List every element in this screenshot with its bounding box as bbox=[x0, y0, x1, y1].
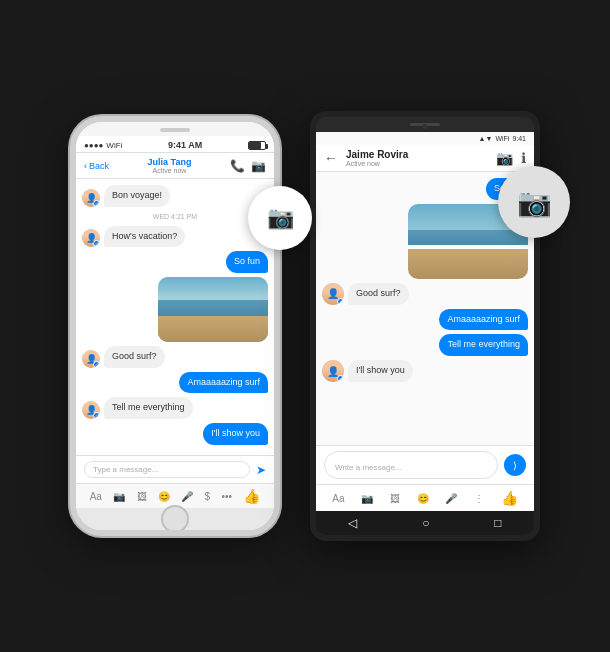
beach-water bbox=[408, 230, 528, 245]
iphone-home-button[interactable] bbox=[161, 505, 189, 533]
android-device: ▲▼ WiFi 9:41 ← Jaime Rovira Active now 📷… bbox=[310, 111, 540, 541]
message-row: So fun bbox=[322, 178, 528, 200]
beach-sand bbox=[158, 316, 268, 342]
message-row: 👤 ✓ Good surf? bbox=[82, 346, 268, 368]
android-status-bar: ▲▼ WiFi 9:41 bbox=[316, 132, 534, 145]
android-video-bubble-icon: 📷 bbox=[517, 186, 552, 219]
phone-icon[interactable]: 📞 bbox=[230, 159, 245, 173]
more-icon[interactable]: ••• bbox=[221, 491, 232, 502]
send-button[interactable]: ➤ bbox=[256, 463, 266, 477]
date-divider: WED 4:21 PM bbox=[82, 211, 268, 222]
android-video-icon[interactable]: 📷 bbox=[496, 150, 513, 166]
android-bottom-nav: ◁ ○ □ bbox=[316, 511, 534, 535]
input-placeholder: Type a message... bbox=[93, 465, 158, 474]
message-bubble: I'll show you bbox=[348, 360, 413, 382]
message-row: Amaaaaazing surf bbox=[82, 372, 268, 394]
android-back-nav[interactable]: ◁ bbox=[348, 516, 357, 530]
android-message-input[interactable]: Write a message... bbox=[335, 463, 402, 472]
android-input-wrapper: Write a message... bbox=[324, 451, 498, 479]
avatar: 👤 ✓ bbox=[82, 229, 100, 247]
android-nav-bar: ← Jaime Rovira Active now 📷 ℹ bbox=[316, 145, 534, 172]
message-text: How's vacation? bbox=[112, 231, 177, 241]
iphone-battery bbox=[248, 141, 266, 150]
android-input-bar: Write a message... ⟩ bbox=[316, 445, 534, 484]
camera-icon[interactable]: 📷 bbox=[113, 491, 125, 502]
iphone-signal: ●●●● WiFi bbox=[84, 141, 122, 150]
like-button[interactable]: 👍 bbox=[243, 488, 260, 504]
android-send-button[interactable]: ⟩ bbox=[504, 454, 526, 476]
android-back-button[interactable]: ← bbox=[324, 150, 338, 166]
iphone-contact-info: Julia Tang Active now bbox=[148, 157, 192, 174]
message-row: Tell me everything bbox=[322, 334, 528, 356]
android-video-call-bubble[interactable]: 📷 bbox=[498, 166, 570, 238]
android-recents-nav[interactable]: □ bbox=[494, 516, 501, 530]
android-toolbar: Aa 📷 🖼 😊 🎤 ⋮ 👍 bbox=[316, 484, 534, 511]
back-label: Back bbox=[89, 161, 109, 171]
verified-badge: ✓ bbox=[337, 298, 344, 305]
android-camera-icon[interactable]: 📷 bbox=[361, 493, 373, 504]
dollar-icon[interactable]: $ bbox=[205, 491, 211, 502]
android-contact-info: Jaime Rovira Active now bbox=[346, 149, 488, 167]
android-keyboard-icon[interactable]: Aa bbox=[332, 493, 344, 504]
message-row: 👤 ✓ Tell me everything bbox=[82, 397, 268, 419]
iphone-battery-fill bbox=[249, 142, 261, 149]
message-row: Amaaaaazing surf bbox=[322, 309, 528, 331]
message-bubble: Amaaaaazing surf bbox=[439, 309, 528, 331]
iphone-video-call-bubble[interactable]: 📷 bbox=[248, 186, 312, 250]
android-top-area bbox=[316, 117, 534, 132]
android-active-status: Active now bbox=[346, 160, 488, 167]
beach-image bbox=[158, 277, 268, 342]
message-text: Bon voyage! bbox=[112, 190, 162, 200]
verified-badge: ✓ bbox=[93, 412, 100, 419]
avatar: 👤 ✓ bbox=[82, 189, 100, 207]
mic-icon[interactable]: 🎤 bbox=[181, 491, 193, 502]
message-text: Amaaaaazing surf bbox=[447, 314, 520, 324]
iphone-time: 9:41 AM bbox=[122, 140, 248, 150]
android-time: 9:41 bbox=[512, 135, 526, 142]
keyboard-icon[interactable]: Aa bbox=[90, 491, 102, 502]
android-photo-icon[interactable]: 🖼 bbox=[390, 493, 400, 504]
message-row: 👤 ✓ Good surf? bbox=[322, 283, 528, 305]
android-info-icon[interactable]: ℹ bbox=[521, 150, 526, 166]
iphone-active-status: Active now bbox=[148, 167, 192, 174]
verified-badge: ✓ bbox=[93, 200, 100, 207]
beach-sand bbox=[408, 249, 528, 279]
android-like-button[interactable]: 👍 bbox=[501, 490, 518, 506]
chevron-left-icon: ‹ bbox=[84, 161, 87, 171]
wifi-icon: WiFi bbox=[106, 141, 122, 150]
message-row: 👤 ✓ I'll show you bbox=[322, 360, 528, 382]
avatar: 👤 ✓ bbox=[82, 350, 100, 368]
iphone-wrapper: ●●●● WiFi 9:41 AM ‹ Back Julia Tang Acti… bbox=[70, 116, 280, 536]
message-bubble: How's vacation? bbox=[104, 226, 185, 248]
message-bubble: Bon voyage! bbox=[104, 185, 170, 207]
verified-badge: ✓ bbox=[93, 240, 100, 247]
emoji-icon[interactable]: 😊 bbox=[158, 491, 170, 502]
photo-icon[interactable]: 🖼 bbox=[137, 491, 147, 502]
image-row bbox=[322, 204, 528, 279]
android-mic-icon[interactable]: 🎤 bbox=[445, 493, 457, 504]
message-bubble: Good surf? bbox=[104, 346, 165, 368]
android-emoji-icon[interactable]: 😊 bbox=[417, 493, 429, 504]
message-text: I'll show you bbox=[356, 365, 405, 375]
iphone-chat-area: 👤 ✓ Bon voyage! WED 4:21 PM 👤 ✓ bbox=[76, 179, 274, 455]
android-signal-icon: ▲▼ bbox=[479, 135, 493, 142]
video-call-bubble-icon: 📷 bbox=[267, 205, 294, 231]
android-home-nav[interactable]: ○ bbox=[422, 516, 429, 530]
message-text: Tell me everything bbox=[447, 339, 520, 349]
message-bubble: I'll show you ● bbox=[203, 423, 268, 445]
image-row bbox=[82, 277, 268, 342]
iphone-message-input[interactable]: Type a message... bbox=[84, 461, 250, 478]
devices-container: ●●●● WiFi 9:41 AM ‹ Back Julia Tang Acti… bbox=[50, 91, 560, 561]
iphone-status-bar: ●●●● WiFi 9:41 AM bbox=[76, 136, 274, 153]
message-bubble: Tell me everything bbox=[104, 397, 193, 419]
android-nav-icons: 📷 ℹ bbox=[496, 150, 526, 166]
iphone-contact-name: Julia Tang bbox=[148, 157, 192, 167]
iphone-back-button[interactable]: ‹ Back bbox=[84, 161, 109, 171]
message-bubble: Good surf? bbox=[348, 283, 409, 305]
message-row: 👤 ✓ Bon voyage! bbox=[82, 185, 268, 207]
message-row: I'll show you ● bbox=[82, 423, 268, 445]
android-more-icon[interactable]: ⋮ bbox=[474, 493, 484, 504]
video-call-icon[interactable]: 📷 bbox=[251, 159, 266, 173]
verified-badge: ✓ bbox=[93, 361, 100, 368]
android-contact-name: Jaime Rovira bbox=[346, 149, 488, 160]
